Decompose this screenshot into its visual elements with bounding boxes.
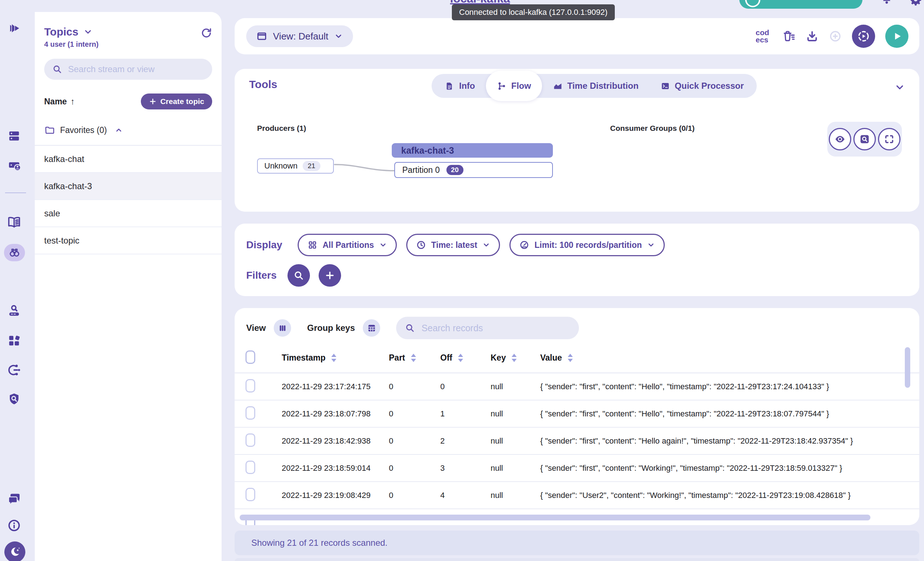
- record-row[interactable]: 2022-11-29 23:19:08:429 0 4 null { "send…: [235, 482, 919, 509]
- sidebar-item-docs[interactable]: [6, 214, 22, 230]
- group-keys-button[interactable]: [363, 319, 380, 337]
- cell-value: { "sender": "first", "content": "Hello",…: [530, 409, 919, 418]
- name-sort-header[interactable]: Name ↑: [44, 96, 75, 107]
- cell-timestamp: 2022-11-29 23:18:07:798: [271, 409, 378, 418]
- clear-records-trash-icon[interactable]: [782, 30, 795, 43]
- col-header-part[interactable]: Part: [378, 353, 429, 363]
- record-row[interactable]: 2022-11-29 23:18:59:014 0 3 null { "send…: [235, 455, 919, 482]
- table-icon: [367, 323, 376, 333]
- record-row[interactable]: 2022-11-29 23:18:42:938 0 2 null { "send…: [235, 428, 919, 455]
- view-columns-button[interactable]: [274, 319, 291, 337]
- flow-topic-node[interactable]: kafka-chat-3: [392, 143, 553, 158]
- cell-part: 0: [378, 382, 429, 391]
- records-search-input[interactable]: [421, 323, 570, 334]
- terminal-icon: [660, 81, 670, 91]
- cell-timestamp: 2022-11-29 23:19:08:429: [271, 491, 378, 500]
- producer-node-unknown[interactable]: Unknown 21: [257, 158, 334, 174]
- chevron-down-icon: [647, 241, 655, 249]
- tab-flow-active[interactable]: Flow: [486, 71, 542, 101]
- favorites-group[interactable]: Favorites (0): [44, 125, 212, 145]
- topic-row[interactable]: test-topic: [35, 227, 222, 254]
- tab-time-distribution[interactable]: Time Distribution: [542, 74, 650, 98]
- record-row[interactable]: 2022-11-29 23:17:24:175 0 0 null { "send…: [235, 373, 919, 400]
- sort-icon: [331, 354, 336, 362]
- run-query-button[interactable]: [885, 25, 908, 48]
- limit-dropdown[interactable]: Limit: 100 records/partition: [509, 234, 665, 256]
- refresh-icon[interactable]: [201, 27, 212, 40]
- collapse-chevron-icon[interactable]: [894, 82, 905, 94]
- filter-search-button[interactable]: [288, 264, 310, 287]
- chevron-up-icon: [115, 126, 123, 134]
- horizontal-scrollbar-thumb[interactable]: [240, 514, 870, 520]
- sidebar-item-dashboard[interactable]: [6, 333, 22, 349]
- theme-toggle-moon-button[interactable]: [4, 541, 26, 561]
- tools-title: Tools: [249, 78, 278, 90]
- col-header-timestamp[interactable]: Timestamp: [271, 353, 378, 363]
- codecs-button[interactable]: codecs: [756, 29, 772, 44]
- sidebar-item-connections[interactable]: [6, 362, 22, 378]
- bottom-panel-edge: [235, 558, 919, 561]
- window-icon: [256, 31, 267, 42]
- display-panel: Display All Partitions Time: latest Limi…: [235, 224, 919, 296]
- cell-off: 0: [429, 382, 480, 391]
- sidebar-item-streams[interactable]: [6, 128, 22, 144]
- cell-off: 2: [429, 436, 480, 446]
- sidebar-item-monitoring[interactable]: [6, 158, 22, 174]
- view-selector[interactable]: View: Default: [246, 26, 353, 47]
- sort-icon: [568, 354, 573, 362]
- sidebar-item-security-scan[interactable]: [6, 391, 22, 407]
- tab-info[interactable]: Info: [434, 74, 486, 98]
- status-bar: Showing 21 of 21 records scanned.: [235, 531, 919, 555]
- limit-dropdown-label: Limit: 100 records/partition: [534, 240, 642, 250]
- col-header-key[interactable]: Key: [480, 353, 530, 363]
- grid-icon: [308, 240, 318, 250]
- vertical-scrollbar-thumb[interactable]: [905, 347, 910, 388]
- row-checkbox[interactable]: [246, 406, 255, 420]
- group-keys-label: Group keys: [307, 323, 355, 333]
- topic-row-selected[interactable]: kafka-chat-3: [35, 173, 222, 200]
- inspect-search-button[interactable]: [854, 128, 876, 150]
- cell-part: 0: [378, 463, 429, 473]
- row-checkbox[interactable]: [246, 460, 255, 474]
- tab-label: Flow: [511, 81, 531, 91]
- notifications-bell-icon[interactable]: [880, 0, 893, 7]
- tab-quick-processor[interactable]: Quick Processor: [650, 74, 755, 98]
- sidebar-item-data-explorer-active[interactable]: [4, 244, 25, 261]
- sidebar-item-search-data[interactable]: [6, 303, 22, 319]
- play-icon: [891, 30, 903, 42]
- add-circle-icon-disabled: [829, 30, 842, 43]
- settings-gear-icon[interactable]: [909, 0, 922, 7]
- tab-label: Time Distribution: [567, 81, 639, 91]
- time-dropdown[interactable]: Time: latest: [406, 234, 500, 256]
- topic-row[interactable]: kafka-chat: [35, 146, 222, 173]
- row-checkbox[interactable]: [246, 488, 255, 501]
- download-icon[interactable]: [806, 30, 819, 43]
- partitions-dropdown-label: All Partitions: [322, 240, 374, 250]
- cell-timestamp: 2022-11-29 23:18:42:938: [271, 436, 378, 446]
- cell-off: 1: [429, 409, 480, 418]
- record-row[interactable]: 2022-11-29 23:18:07:798 0 1 null { "send…: [235, 400, 919, 428]
- row-checkbox[interactable]: [246, 433, 255, 447]
- fullscreen-button[interactable]: [878, 128, 900, 150]
- add-filter-button[interactable]: [319, 264, 341, 287]
- topics-selector[interactable]: Topics: [44, 26, 99, 38]
- partitions-dropdown[interactable]: All Partitions: [298, 234, 397, 256]
- partition-node[interactable]: Partition 0 20: [394, 162, 553, 178]
- col-header-value[interactable]: Value: [530, 353, 919, 363]
- records-search[interactable]: [396, 317, 579, 339]
- continuous-run-button[interactable]: [852, 25, 875, 48]
- cell-part: 0: [378, 409, 429, 418]
- plus-icon: [149, 98, 157, 105]
- sidebar-item-info[interactable]: [6, 517, 22, 534]
- topic-row[interactable]: sale: [35, 200, 222, 227]
- col-header-off[interactable]: Off: [429, 353, 480, 363]
- sidebar-search[interactable]: [44, 59, 212, 80]
- row-checkbox[interactable]: [246, 379, 255, 393]
- select-all-checkbox[interactable]: [246, 350, 255, 364]
- app-logo[interactable]: [6, 20, 22, 36]
- create-topic-button[interactable]: Create topic: [141, 93, 212, 110]
- header-action-button[interactable]: [740, 0, 862, 9]
- sidebar-search-input[interactable]: [68, 64, 204, 75]
- sidebar-item-chat-support[interactable]: [6, 491, 22, 507]
- watch-eye-button[interactable]: [829, 128, 851, 150]
